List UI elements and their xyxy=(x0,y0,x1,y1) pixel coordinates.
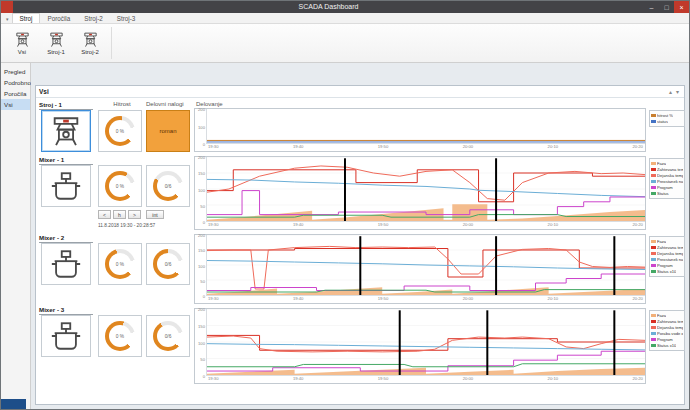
chart-mixer1: 200150100500 19:3019:4019:5020:0020:1020… xyxy=(194,234,646,304)
chart-mixer2-legend: FazaZahtevana temp CDejanska temp CPorab… xyxy=(649,310,685,351)
sidebar: Pregled Podrobno Poročila Vsi xyxy=(1,63,31,409)
chart-y-axis: 2001000 xyxy=(195,109,206,144)
section-label-mixer3: Mixer - 3 xyxy=(39,306,93,315)
batch-gauge: 0/6 xyxy=(153,171,183,201)
machine-icon xyxy=(14,31,31,48)
ribbon-button-label: Stroj-1 xyxy=(47,49,65,55)
sidebar-item-podrobno[interactable]: Podrobno xyxy=(1,77,30,88)
mixer-icon xyxy=(49,247,83,281)
time-next-button[interactable]: > xyxy=(128,210,141,219)
minimize-button[interactable]: – xyxy=(644,1,659,13)
chart-x-axis: 19:3019:4019:5020:0020:1020:20 xyxy=(206,376,645,383)
ribbon-separator xyxy=(111,27,112,59)
column-header-delovni-nalogi: Delovni nalogi xyxy=(146,101,194,107)
window-title: SCADA Dashboard xyxy=(13,1,644,13)
sidebar-item-vsi[interactable]: Vsi xyxy=(1,99,30,110)
machine-icon xyxy=(49,114,83,148)
vsi-panel: Vsi ▴ ▾ Hitrost Delovni nalogi Delovanje… xyxy=(35,85,685,405)
ribbon-tab-stroj2[interactable]: Stroj-2 xyxy=(77,14,110,23)
ribbon-button-label: Stroj-2 xyxy=(81,49,99,55)
batch-gauge: 0/6 xyxy=(153,321,183,351)
chart-stroj1-plot[interactable] xyxy=(206,157,645,222)
gauge-value: 0/6 xyxy=(165,262,172,267)
close-button[interactable]: × xyxy=(674,1,689,13)
hitrost-gauge: 0 % xyxy=(105,249,135,279)
chart-x-axis: 19:3019:4019:5020:0020:1020:20 xyxy=(206,296,645,303)
chart-stroj1-legend: FazaZahtevana temp CDejanska temp CPreos… xyxy=(649,158,685,199)
gauge-card-stroj1-hitrost: 0 % xyxy=(98,110,142,152)
gauge-card-mixer3-nalogi: 0/6 xyxy=(146,315,190,357)
ribbon-button-stroj2[interactable]: Stroj-2 xyxy=(73,25,107,61)
maximize-button[interactable]: □ xyxy=(659,1,674,13)
gauge-value: 0/6 xyxy=(165,334,172,339)
pin-icon[interactable]: ▾ xyxy=(674,88,681,95)
hitrost-gauge: 0 % xyxy=(105,321,135,351)
chart-stroj1: 200150100500 19:3019:4019:5020:0020:1020… xyxy=(194,156,646,230)
chart-mixer2-plot[interactable] xyxy=(206,309,645,376)
sidebar-item-porocila[interactable]: Poročila xyxy=(1,88,30,99)
chart-overview-plot[interactable] xyxy=(206,109,645,144)
batch-gauge: 0/6 xyxy=(153,249,183,279)
time-interval-button[interactable]: int xyxy=(146,210,164,219)
main-area: Pregled Podrobno Poročila Vsi Vsi ▴ ▾ Hi… xyxy=(1,63,689,409)
content-area: Vsi ▴ ▾ Hitrost Delovni nalogi Delovanje… xyxy=(31,63,689,409)
gauge-value: 0 % xyxy=(116,334,124,339)
section-label-mixer1: Mixer - 1 xyxy=(39,156,93,165)
ribbon-tab-row: ▾ Stroj Poročila Stroj-2 Stroj-3 xyxy=(1,13,689,24)
work-order-cell-stroj1[interactable]: roman xyxy=(146,110,190,152)
mixer-icon xyxy=(49,319,83,353)
machine-card-mixer1[interactable] xyxy=(41,165,91,207)
panel-header: Vsi ▴ ▾ xyxy=(36,86,684,98)
chart-mixer2: 200150100500 19:3019:4019:5020:0020:1020… xyxy=(194,308,646,384)
ribbon-group-stroji: Vsi Stroj-1 Stroj-2 xyxy=(1,24,689,63)
collapse-icon[interactable]: ▴ xyxy=(667,88,674,95)
gauge-card-mixer2-nalogi: 0/6 xyxy=(146,243,190,285)
machine-card-mixer3[interactable] xyxy=(41,315,91,357)
machine-card-mixer2[interactable] xyxy=(41,243,91,285)
titlebar: SCADA Dashboard – □ × xyxy=(1,1,689,13)
chart-y-axis: 200150100500 xyxy=(195,235,206,296)
hitrost-gauge: 0 % xyxy=(105,171,135,201)
ribbon-button-vsi[interactable]: Vsi xyxy=(5,25,39,61)
app-menu-icon[interactable]: ▾ xyxy=(3,16,12,23)
panel-title: Vsi xyxy=(39,88,667,95)
chart-overview-legend: hitrost %status xyxy=(649,110,685,127)
column-header-hitrost: Hitrost xyxy=(100,101,144,107)
gauge-card-mixer2-hitrost: 0 % xyxy=(98,243,142,285)
time-mode-button[interactable]: h xyxy=(113,210,126,219)
gauge-card-mixer1-nalogi: 0/6 xyxy=(146,165,190,207)
hitrost-gauge: 0 % xyxy=(105,116,135,146)
chart-mixer1-plot[interactable] xyxy=(206,235,645,296)
gauge-value: 0 % xyxy=(116,129,124,134)
sidebar-item-pregled[interactable]: Pregled xyxy=(1,66,30,77)
chart-y-axis: 200150100500 xyxy=(195,157,206,222)
ribbon-button-stroj1[interactable]: Stroj-1 xyxy=(39,25,73,61)
machine-card-stroj1[interactable] xyxy=(41,110,91,152)
chart-x-axis: 19:3019:4019:5020:0020:1020:20 xyxy=(206,222,645,229)
section-label-stroj1: Stroj - 1 xyxy=(39,101,93,110)
ribbon-button-label: Vsi xyxy=(18,49,26,55)
gauge-card-mixer3-hitrost: 0 % xyxy=(98,315,142,357)
time-range-label: 11.8.2018 19:30 - 20:28:57 xyxy=(98,223,155,228)
chart-mixer1-legend: FazaZahtevana temp CDejanska temp CPreos… xyxy=(649,236,685,277)
chart-x-axis: 19:3019:4019:5020:0020:1020:20 xyxy=(206,144,645,151)
mixer-icon xyxy=(49,169,83,203)
gauge-card-mixer1-hitrost: 0 % xyxy=(98,165,142,207)
chart-overview: 2001000 19:3019:4019:5020:0020:1020:20 xyxy=(194,108,646,152)
machine-icon xyxy=(82,31,99,48)
chart-y-axis: 200150100500 xyxy=(195,309,206,376)
ribbon-tab-stroj[interactable]: Stroj xyxy=(12,13,41,23)
ribbon-tab-porocila[interactable]: Poročila xyxy=(40,14,77,23)
gauge-value: 0 % xyxy=(116,184,124,189)
machine-icon xyxy=(48,31,65,48)
app-window: SCADA Dashboard – □ × ▾ Stroj Poročila S… xyxy=(0,0,690,410)
time-prev-button[interactable]: < xyxy=(98,210,111,219)
ribbon-tab-stroj3[interactable]: Stroj-3 xyxy=(110,14,143,23)
section-label-mixer2: Mixer - 2 xyxy=(39,234,93,243)
gauge-value: 0/6 xyxy=(165,184,172,189)
gauge-value: 0 % xyxy=(116,262,124,267)
sidebar-footer-block[interactable] xyxy=(1,399,26,409)
app-icon[interactable] xyxy=(1,1,13,13)
